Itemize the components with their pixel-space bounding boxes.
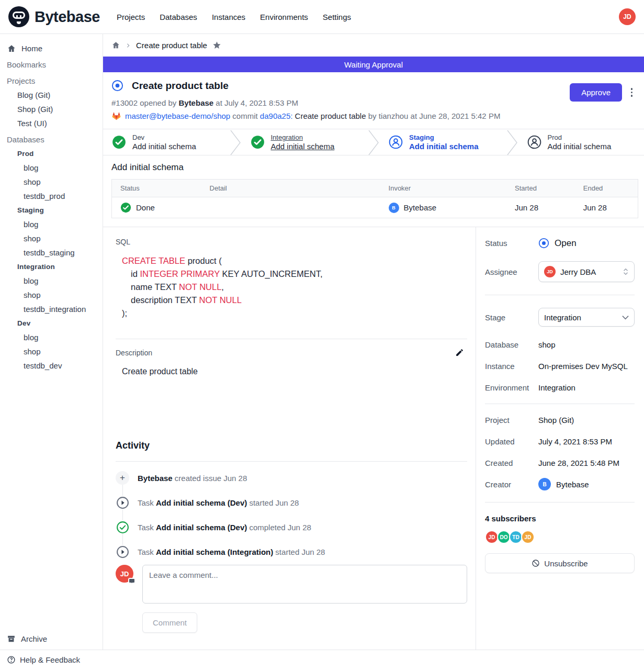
nav-settings[interactable]: Settings bbox=[323, 13, 351, 21]
sidebar-db-dev-blog[interactable]: blog bbox=[7, 330, 103, 344]
bytebase-logo[interactable]: Bytebase bbox=[8, 6, 100, 27]
stage-integration[interactable]: Integration Add initial schema bbox=[242, 129, 368, 155]
sidebar-db-prod-testdb[interactable]: testdb_prod bbox=[7, 189, 103, 203]
nav-projects[interactable]: Projects bbox=[117, 13, 145, 21]
sidebar-section-projects: Projects bbox=[7, 74, 103, 88]
updated-value: July 4, 2021 8:53 PM bbox=[538, 437, 612, 446]
sidebar-project-test[interactable]: Test (UI) bbox=[7, 116, 103, 130]
sidebar-item-home[interactable]: Home bbox=[7, 41, 103, 55]
approve-button[interactable]: Approve bbox=[570, 83, 622, 102]
sidebar-item-archive[interactable]: Archive bbox=[7, 634, 47, 643]
breadcrumb-page-title: Create product table bbox=[136, 41, 207, 50]
list-item: Task Add initial schema (Dev) completed … bbox=[116, 520, 467, 534]
subscriber-avatar: JD bbox=[521, 530, 535, 544]
task-started: Jun 28 bbox=[506, 197, 575, 218]
stage-done-icon bbox=[112, 135, 126, 149]
sidebar-project-blog[interactable]: Blog (Git) bbox=[7, 88, 103, 102]
task-started-icon bbox=[116, 545, 129, 559]
stage-prod[interactable]: Prod Add initial schema bbox=[518, 129, 644, 155]
database-value[interactable]: shop bbox=[538, 340, 556, 349]
help-icon bbox=[7, 655, 16, 664]
stage-staging[interactable]: Staging Add initial schema bbox=[380, 129, 506, 155]
done-icon bbox=[120, 202, 131, 213]
description-body: Create product table bbox=[122, 367, 467, 376]
sidebar-db-dev-testdb[interactable]: testdb_dev bbox=[7, 359, 103, 373]
subscribers-avatars: JD DO TD JD bbox=[485, 530, 635, 544]
sidebar-project-shop[interactable]: Shop (Git) bbox=[7, 102, 103, 116]
unsubscribe-button[interactable]: Unsubscribe bbox=[485, 553, 635, 573]
sidebar-db-dev-shop[interactable]: shop bbox=[7, 344, 103, 359]
assignee-avatar: JD bbox=[544, 266, 556, 277]
nav-instances[interactable]: Instances bbox=[212, 13, 245, 21]
help-feedback-label: Help & Feedback bbox=[20, 655, 80, 664]
plus-icon: + bbox=[116, 471, 129, 485]
breadcrumb: Create product table bbox=[103, 34, 644, 57]
more-options-icon[interactable] bbox=[629, 86, 635, 99]
stage-select[interactable]: Integration bbox=[538, 308, 635, 327]
stage-dev[interactable]: Dev Add initial schema bbox=[103, 129, 229, 155]
archive-icon bbox=[7, 634, 16, 643]
created-label: Created bbox=[485, 459, 538, 467]
brand-wordmark: Bytebase bbox=[35, 8, 100, 26]
commit-hash-link[interactable]: da90a25: bbox=[260, 111, 293, 120]
updated-label: Updated bbox=[485, 437, 538, 446]
sidebar-db-integration-testdb[interactable]: testdb_integration bbox=[7, 302, 103, 316]
sidebar-db-staging-blog[interactable]: blog bbox=[7, 217, 103, 231]
task-section: Add initial schema Status Detail Invoker… bbox=[103, 155, 644, 227]
comment-input[interactable] bbox=[142, 565, 467, 604]
comment-button[interactable]: Comment bbox=[142, 612, 197, 633]
sidebar-env-dev: Dev bbox=[7, 316, 103, 330]
pipeline: Dev Add initial schema Integration Add i… bbox=[103, 129, 644, 155]
sidebar-db-staging-shop[interactable]: shop bbox=[7, 231, 103, 245]
task-heading: Add initial schema bbox=[111, 162, 638, 173]
description-label: Description bbox=[116, 349, 152, 357]
chevron-right-icon bbox=[126, 43, 131, 48]
home-icon[interactable] bbox=[111, 41, 120, 50]
created-value: June 28, 2021 5:48 PM bbox=[538, 459, 619, 467]
help-feedback-bar[interactable]: Help & Feedback bbox=[0, 650, 644, 669]
issue-sidebar-panel: Status Open Assignee JD Jerry DBA bbox=[476, 227, 644, 650]
col-status: Status bbox=[112, 180, 201, 197]
comment-composer: JD bbox=[116, 565, 467, 604]
col-ended: Ended bbox=[575, 180, 638, 197]
environment-value[interactable]: Integration bbox=[538, 383, 575, 392]
stage-pending-approval-icon bbox=[389, 135, 403, 149]
commit-branch-link[interactable]: master@bytebase-demo/shop bbox=[125, 111, 230, 120]
sidebar-section-databases: Databases bbox=[7, 132, 103, 147]
sidebar-db-integration-shop[interactable]: shop bbox=[7, 288, 103, 302]
project-value[interactable]: Shop (Git) bbox=[538, 416, 574, 425]
list-item: Task Add initial schema (Dev) started Ju… bbox=[116, 496, 467, 509]
table-row[interactable]: Done B Bytebase Jun 28 Jun 28 bbox=[112, 197, 638, 218]
gitlab-icon bbox=[111, 111, 121, 120]
nav-databases[interactable]: Databases bbox=[160, 13, 197, 21]
environment-label: Environment bbox=[485, 383, 538, 392]
task-table: Status Detail Invoker Started Ended bbox=[111, 179, 638, 218]
sidebar: Home Bookmarks Projects Blog (Git) Shop … bbox=[0, 34, 103, 650]
star-icon[interactable] bbox=[212, 41, 221, 50]
activity-list: + Bytebase created issue Jun 28 Task Add… bbox=[116, 471, 467, 559]
stage-label: Stage bbox=[485, 313, 538, 322]
sidebar-db-integration-blog[interactable]: blog bbox=[7, 274, 103, 288]
col-detail: Detail bbox=[201, 180, 380, 197]
sidebar-db-prod-shop[interactable]: shop bbox=[7, 175, 103, 189]
issue-title: Create product table bbox=[132, 80, 229, 92]
edit-pencil-icon[interactable] bbox=[455, 348, 464, 357]
instance-value[interactable]: On-premises Dev MySQL bbox=[538, 362, 628, 371]
assignee-label: Assignee bbox=[485, 267, 538, 276]
task-invoker: Bytebase bbox=[404, 203, 437, 212]
chevron-down-icon bbox=[622, 315, 629, 320]
activity-heading: Activity bbox=[116, 440, 467, 451]
task-ended: Jun 28 bbox=[575, 197, 638, 218]
assignee-select[interactable]: JD Jerry DBA bbox=[538, 261, 635, 282]
nav-environments[interactable]: Environments bbox=[260, 13, 308, 21]
user-avatar[interactable]: JD bbox=[619, 8, 636, 25]
sidebar-db-staging-testdb[interactable]: testdb_staging bbox=[7, 245, 103, 260]
stage-separator bbox=[229, 129, 242, 156]
creator-avatar: B bbox=[538, 478, 551, 490]
sql-code-block: CREATE TABLE product ( id INTEGER PRIMAR… bbox=[116, 254, 467, 320]
home-icon bbox=[7, 44, 16, 53]
status-label: Status bbox=[485, 239, 538, 248]
sidebar-env-prod: Prod bbox=[7, 147, 103, 161]
project-label: Project bbox=[485, 416, 538, 425]
sidebar-db-prod-blog[interactable]: blog bbox=[7, 161, 103, 175]
